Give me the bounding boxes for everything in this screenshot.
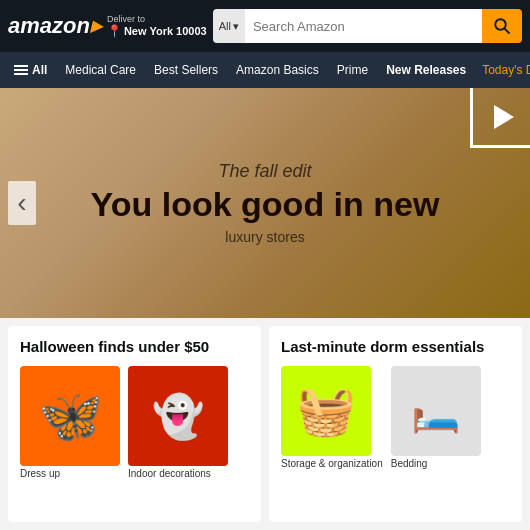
hero-body: luxury stores [91, 229, 440, 245]
dress-up-image: 🦋 [20, 366, 120, 466]
hero-banner: ‹ The fall edit You look good in new lux… [0, 88, 530, 318]
hero-title: You look good in new [91, 186, 440, 223]
play-button[interactable] [470, 88, 530, 148]
svg-line-1 [505, 29, 510, 34]
decorations-label: Indoor decorations [128, 468, 228, 479]
search-button[interactable] [482, 9, 522, 43]
search-bar: All ▾ [213, 9, 522, 43]
blanket-icon: 🛏️ [411, 388, 461, 435]
logo-arrow: ▸ [90, 13, 101, 38]
butterfly-icon: 🦋 [38, 386, 103, 447]
dorm-item-1[interactable]: 🛏️ Bedding [391, 366, 481, 469]
sidebar-item-todays-deals[interactable]: Today's Deals [476, 57, 530, 83]
deliver-label: Deliver to [107, 14, 145, 24]
search-input[interactable] [245, 9, 482, 43]
navbar: All Medical Care Best Sellers Amazon Bas… [0, 52, 530, 88]
hamburger-icon [14, 65, 28, 75]
dress-up-label: Dress up [20, 468, 120, 479]
decorations-image: 👻 [128, 366, 228, 466]
dropdown-caret-icon: ▾ [233, 20, 239, 33]
play-icon [494, 105, 514, 129]
bedding-label: Bedding [391, 458, 481, 469]
deliver-to[interactable]: Deliver to 📍 New York 10003 [107, 14, 207, 38]
svg-point-0 [495, 19, 506, 30]
search-icon [493, 17, 511, 35]
halloween-item-0[interactable]: 🦋 Dress up [20, 366, 120, 479]
nav-all-label: All [32, 63, 47, 77]
halloween-card: Halloween finds under $50 🦋 Dress up 👻 I… [8, 326, 261, 522]
hero-subtitle: The fall edit [91, 161, 440, 182]
bedding-image: 🛏️ [391, 366, 481, 456]
location-text: 📍 New York 10003 [107, 24, 207, 38]
sidebar-item-medical-care[interactable]: Medical Care [57, 57, 144, 83]
dorm-card-title: Last-minute dorm essentials [281, 338, 510, 356]
halloween-images: 🦋 Dress up 👻 Indoor decorations [20, 366, 249, 479]
sidebar-item-best-sellers[interactable]: Best Sellers [146, 57, 226, 83]
header: amazon▸ Deliver to 📍 New York 10003 All … [0, 0, 530, 52]
nav-all-button[interactable]: All [6, 57, 55, 83]
hero-arrow-left[interactable]: ‹ [8, 181, 36, 225]
storage-label: Storage & organization [281, 458, 383, 469]
dorm-card: Last-minute dorm essentials 🧺 Storage & … [269, 326, 522, 522]
location-pin-icon: 📍 [107, 24, 122, 38]
basket-icon: 🧺 [296, 383, 356, 439]
hero-content: The fall edit You look good in new luxur… [31, 161, 500, 245]
search-all-label: All [219, 20, 231, 32]
halloween-item-1[interactable]: 👻 Indoor decorations [128, 366, 228, 479]
sidebar-item-prime[interactable]: Prime [329, 57, 376, 83]
sidebar-item-amazon-basics[interactable]: Amazon Basics [228, 57, 327, 83]
location-value: New York 10003 [124, 25, 207, 37]
search-category-button[interactable]: All ▾ [213, 9, 245, 43]
amazon-logo[interactable]: amazon▸ [8, 15, 101, 37]
ghost-icon: 👻 [152, 392, 204, 441]
halloween-card-title: Halloween finds under $50 [20, 338, 249, 356]
sidebar-item-new-releases[interactable]: New Releases [378, 57, 474, 83]
bottom-section: Halloween finds under $50 🦋 Dress up 👻 I… [0, 318, 530, 530]
dorm-item-0[interactable]: 🧺 Storage & organization [281, 366, 383, 469]
hero-play-area [470, 88, 530, 148]
dorm-images: 🧺 Storage & organization 🛏️ Bedding [281, 366, 510, 469]
storage-image: 🧺 [281, 366, 371, 456]
